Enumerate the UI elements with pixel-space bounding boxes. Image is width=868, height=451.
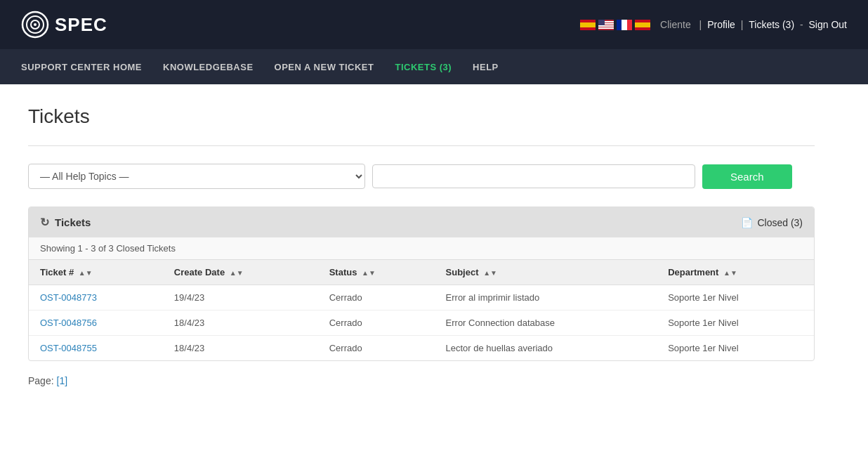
col-create-date[interactable]: Create Date ▲▼ [163, 260, 318, 285]
topic-select[interactable]: — All Help Topics — [28, 164, 365, 189]
brand-name: SPEC [55, 14, 107, 36]
separator-2: | [741, 19, 747, 30]
profile-link[interactable]: Profile [707, 19, 735, 30]
user-nav: Cliente | Profile | Tickets (3) - Sign O… [657, 19, 847, 30]
cell-create-date: 18/4/23 [163, 336, 318, 361]
tickets-header-left: ↻ Tickets [40, 216, 91, 229]
search-input[interactable] [372, 164, 695, 188]
ticket-link[interactable]: OST-0048773 [40, 292, 97, 303]
separator-1: | [699, 19, 705, 30]
page-title: Tickets [28, 105, 815, 128]
nav-support-center-home[interactable]: SUPPORT CENTER HOME [21, 51, 142, 83]
cell-subject: Lector de huellas averiado [435, 336, 657, 361]
cell-department: Soporte 1er Nivel [657, 311, 814, 336]
cell-subject: Error Connection database [435, 311, 657, 336]
svg-rect-13 [622, 20, 627, 30]
ticket-link[interactable]: OST-0048756 [40, 318, 97, 328]
col-ticket-num[interactable]: Ticket # ▲▼ [29, 260, 163, 285]
signout-link[interactable]: Sign Out [809, 19, 847, 30]
nav-help[interactable]: HELP [473, 51, 499, 83]
table-row: OST-0048773 19/4/23 Cerrado Error al imp… [29, 285, 814, 311]
cell-ticket-num: OST-0048756 [29, 311, 163, 336]
col-subject[interactable]: Subject ▲▼ [435, 260, 657, 285]
table-body: OST-0048773 19/4/23 Cerrado Error al imp… [29, 285, 814, 361]
col-status[interactable]: Status ▲▼ [318, 260, 435, 285]
cell-department: Soporte 1er Nivel [657, 336, 814, 361]
cell-subject: Error al imprimir listado [435, 285, 657, 311]
flag-es[interactable] [580, 20, 596, 30]
svg-rect-5 [580, 22, 596, 27]
title-separator [28, 145, 815, 146]
flag-us[interactable] [598, 20, 614, 30]
sort-ticket-num: ▲▼ [79, 269, 93, 277]
svg-rect-11 [598, 20, 605, 25]
cell-status: Cerrado [318, 311, 435, 336]
svg-rect-9 [598, 25, 614, 27]
sort-status: ▲▼ [362, 269, 376, 277]
logo: SPEC [21, 11, 107, 39]
sort-department: ▲▼ [723, 269, 737, 277]
language-flags[interactable] [580, 20, 650, 30]
cell-department: Soporte 1er Nivel [657, 285, 814, 311]
cell-create-date: 18/4/23 [163, 311, 318, 336]
table-header-row: Ticket # ▲▼ Create Date ▲▼ Status ▲▼ Sub… [29, 260, 814, 285]
search-area: — All Help Topics — Search [28, 164, 815, 189]
tickets-table: Ticket # ▲▼ Create Date ▲▼ Status ▲▼ Sub… [29, 260, 814, 360]
table-header: Ticket # ▲▼ Create Date ▲▼ Status ▲▼ Sub… [29, 260, 814, 285]
table-row: OST-0048756 18/4/23 Cerrado Error Connec… [29, 311, 814, 336]
table-row: OST-0048755 18/4/23 Cerrado Lector de hu… [29, 336, 814, 361]
svg-point-3 [34, 23, 37, 26]
page-1-link[interactable]: [1] [56, 375, 67, 386]
col-department[interactable]: Department ▲▼ [657, 260, 814, 285]
separator-3: - [800, 19, 806, 30]
refresh-icon[interactable]: ↻ [40, 216, 49, 229]
cell-ticket-num: OST-0048773 [29, 285, 163, 311]
status-badge: Closed (3) [757, 217, 803, 228]
tickets-header-label: Tickets [55, 216, 91, 228]
flag-es2[interactable] [635, 20, 650, 30]
svg-rect-16 [635, 22, 650, 27]
top-right-area: Cliente | Profile | Tickets (3) - Sign O… [580, 19, 847, 30]
cell-status: Cerrado [318, 336, 435, 361]
logo-icon [21, 11, 49, 39]
tickets-header-right: 📄 Closed (3) [741, 217, 803, 228]
nav-knowledgebase[interactable]: KNOWLEDGEBASE [163, 51, 254, 83]
cell-create-date: 19/4/23 [163, 285, 318, 311]
flag-fr[interactable] [617, 20, 632, 30]
tickets-nav-link[interactable]: Tickets (3) [749, 19, 794, 30]
sort-create-date: ▲▼ [230, 269, 244, 277]
document-icon: 📄 [741, 217, 753, 228]
tickets-container: ↻ Tickets 📄 Closed (3) Showing 1 - 3 of … [28, 207, 815, 361]
svg-rect-12 [617, 20, 622, 30]
search-button[interactable]: Search [702, 164, 792, 189]
nav-bar: SUPPORT CENTER HOME KNOWLEDGEBASE OPEN A… [0, 49, 868, 84]
sort-subject: ▲▼ [483, 269, 497, 277]
tickets-section-header: ↻ Tickets 📄 Closed (3) [29, 207, 814, 237]
nav-tickets[interactable]: TICKETS (3) [395, 51, 452, 83]
svg-rect-14 [627, 20, 632, 30]
page-label: Page: [28, 375, 54, 386]
ticket-link[interactable]: OST-0048755 [40, 343, 97, 353]
svg-rect-10 [598, 27, 614, 29]
showing-text: Showing 1 - 3 of 3 Closed Tickets [29, 237, 814, 260]
cell-ticket-num: OST-0048755 [29, 336, 163, 361]
cell-status: Cerrado [318, 285, 435, 311]
top-bar: SPEC [0, 0, 868, 49]
nav-open-ticket[interactable]: OPEN A NEW TICKET [275, 51, 374, 83]
pagination: Page: [1] [28, 375, 815, 386]
username[interactable]: Cliente [660, 19, 691, 30]
main-content: Tickets — All Help Topics — Search ↻ Tic… [0, 84, 843, 407]
